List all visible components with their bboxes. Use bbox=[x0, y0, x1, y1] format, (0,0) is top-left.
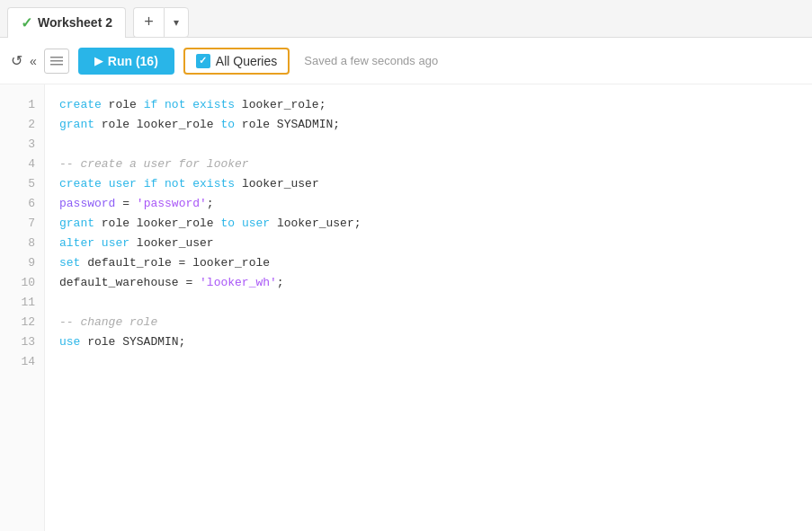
sidebar-toggle-button[interactable] bbox=[44, 49, 69, 74]
worksheet-tab[interactable]: ✓ Worksheet 2 bbox=[7, 7, 126, 38]
code-line-14 bbox=[59, 352, 798, 372]
code-line-3 bbox=[59, 135, 798, 155]
code-editor[interactable]: create role if not exists looker_role; g… bbox=[45, 84, 812, 531]
toolbar: ↺ « ▶ Run (16) All Queries Saved a few s… bbox=[0, 38, 812, 84]
tab-dropdown-button[interactable]: ▾ bbox=[164, 7, 189, 38]
saved-status: Saved a few seconds ago bbox=[304, 54, 438, 67]
all-queries-button[interactable]: All Queries bbox=[183, 48, 290, 75]
line-number: 12 bbox=[0, 313, 44, 332]
tab-checkmark-icon: ✓ bbox=[21, 14, 32, 31]
line-number: 7 bbox=[0, 214, 44, 234]
code-line-5: create user if not exists looker_user bbox=[59, 174, 798, 194]
run-label: Run (16) bbox=[108, 54, 158, 68]
line-number: 1 bbox=[0, 95, 44, 115]
line-number: 2 bbox=[0, 115, 44, 135]
code-line-1: create role if not exists looker_role; bbox=[59, 95, 798, 115]
tab-title: Worksheet 2 bbox=[38, 15, 112, 30]
checkbox-icon bbox=[196, 54, 210, 68]
line-number: 3 bbox=[0, 135, 44, 155]
play-icon: ▶ bbox=[94, 55, 103, 67]
line-number: 11 bbox=[0, 293, 44, 313]
tab-bar: ✓ Worksheet 2 + ▾ bbox=[0, 0, 812, 38]
code-line-12: -- change role bbox=[59, 313, 798, 332]
line-number: 14 bbox=[0, 352, 44, 372]
code-line-2: grant role looker_role to role SYSADMIN; bbox=[59, 115, 798, 135]
code-line-4: -- create a user for looker bbox=[59, 155, 798, 174]
line-number: 6 bbox=[0, 194, 44, 214]
svg-rect-1 bbox=[50, 60, 63, 62]
tab-controls: + ▾ bbox=[133, 7, 189, 38]
code-line-11 bbox=[59, 293, 798, 313]
toolbar-left: ↺ « bbox=[11, 49, 69, 74]
code-line-8: alter user looker_user bbox=[59, 234, 798, 253]
svg-rect-2 bbox=[50, 64, 63, 66]
code-line-7: grant role looker_role to user looker_us… bbox=[59, 214, 798, 234]
add-tab-button[interactable]: + bbox=[133, 7, 164, 38]
line-number: 13 bbox=[0, 332, 44, 352]
line-number: 5 bbox=[0, 174, 44, 194]
line-number: 10 bbox=[0, 273, 44, 293]
line-number: 4 bbox=[0, 155, 44, 174]
line-number: 8 bbox=[0, 234, 44, 253]
code-line-9: set default_role = looker_role bbox=[59, 253, 798, 273]
code-line-6: password = 'password'; bbox=[59, 194, 798, 214]
editor: 1 2 3 4 5 6 7 8 9 10 11 12 13 14 create … bbox=[0, 84, 812, 531]
run-button[interactable]: ▶ Run (16) bbox=[78, 48, 174, 75]
line-number: 9 bbox=[0, 253, 44, 273]
code-line-10: default_warehouse = 'looker_wh'; bbox=[59, 273, 798, 293]
svg-rect-0 bbox=[50, 57, 63, 58]
all-queries-label: All Queries bbox=[216, 54, 277, 68]
collapse-icon[interactable]: « bbox=[30, 54, 37, 68]
code-line-13: use role SYSADMIN; bbox=[59, 332, 798, 352]
refresh-icon[interactable]: ↺ bbox=[11, 52, 22, 69]
line-numbers: 1 2 3 4 5 6 7 8 9 10 11 12 13 14 bbox=[0, 84, 45, 531]
